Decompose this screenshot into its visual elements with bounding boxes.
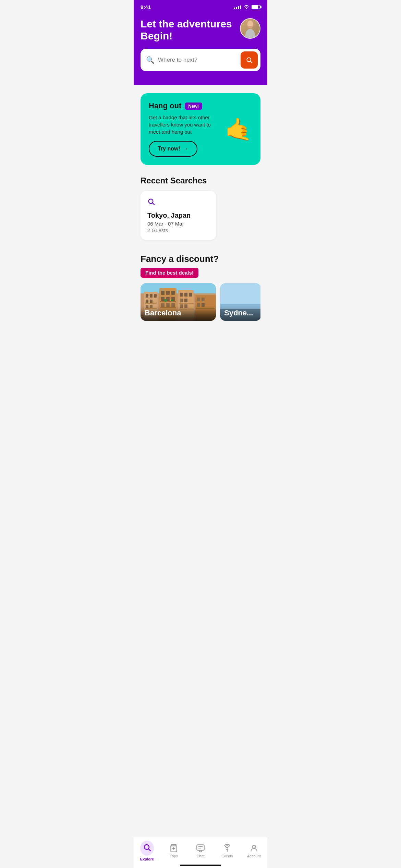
discount-title: Fancy a discount? [141, 254, 260, 264]
status-icons [234, 4, 260, 10]
svg-rect-38 [184, 299, 187, 302]
deals-badge[interactable]: Find the best deals! [141, 268, 198, 278]
svg-rect-29 [160, 301, 176, 302]
svg-rect-10 [146, 294, 148, 298]
svg-rect-37 [180, 299, 183, 302]
svg-rect-21 [166, 291, 170, 295]
avatar[interactable] [240, 18, 260, 39]
svg-rect-36 [189, 293, 192, 297]
new-badge: New! [185, 103, 202, 110]
recent-search-icon [147, 198, 209, 207]
svg-rect-34 [180, 293, 183, 297]
page-title: Let the adventures Begin! [141, 18, 240, 42]
deal-card-barcelona[interactable]: Barcelona [141, 283, 216, 321]
hangout-emoji: 🤙 [225, 118, 252, 140]
header-section: Let the adventures Begin! 🔍 [134, 13, 267, 85]
time-display: 9:41 [141, 4, 151, 10]
search-input[interactable] [158, 57, 237, 63]
search-icon-left: 🔍 [146, 56, 155, 64]
svg-rect-22 [171, 291, 175, 295]
svg-line-3 [251, 61, 252, 63]
hangout-description: Get a badge that lets other travellers k… [149, 114, 221, 135]
signal-icon [234, 5, 241, 9]
svg-rect-12 [154, 294, 157, 298]
svg-rect-11 [150, 294, 153, 298]
svg-rect-35 [184, 293, 187, 297]
hangout-content: Hang out New! Get a badge that lets othe… [149, 101, 221, 157]
status-bar: 9:41 [134, 0, 267, 13]
recent-search-card[interactable]: Tokyo, Japan 06 Mar - 07 Mar 2 Guests [141, 191, 216, 240]
deal-city-label-barcelona: Barcelona [141, 306, 216, 321]
recent-guests: 2 Guests [147, 227, 209, 233]
svg-rect-17 [145, 303, 157, 304]
search-button[interactable] [241, 51, 258, 69]
battery-icon [252, 5, 260, 9]
hangout-title: Hang out [149, 101, 181, 110]
svg-point-32 [171, 299, 173, 301]
svg-rect-14 [150, 300, 153, 303]
svg-rect-41 [179, 303, 194, 304]
svg-rect-23 [161, 297, 165, 301]
recent-searches-title: Recent Searches [141, 176, 260, 185]
deal-card-sydney[interactable]: Sydne... [220, 283, 260, 321]
deals-row: Barcelona Sydne... [141, 283, 260, 321]
svg-line-5 [153, 203, 154, 205]
main-content: Hang out New! Get a badge that lets othe… [134, 85, 267, 355]
search-bar[interactable]: 🔍 [141, 49, 260, 71]
hangout-card[interactable]: Hang out New! Get a badge that lets othe… [141, 93, 260, 165]
svg-rect-44 [197, 298, 200, 301]
recent-city: Tokyo, Japan [147, 212, 209, 219]
wifi-icon [243, 4, 250, 10]
svg-rect-13 [146, 300, 148, 303]
svg-point-31 [164, 299, 167, 302]
svg-rect-45 [202, 298, 205, 301]
recent-dates: 06 Mar - 07 Mar [147, 221, 209, 227]
svg-rect-20 [161, 291, 165, 295]
try-now-button[interactable]: Try now! → [149, 141, 197, 157]
discount-section: Fancy a discount? Find the best deals! [141, 254, 260, 321]
deal-city-label-sydney: Sydne... [220, 306, 260, 321]
